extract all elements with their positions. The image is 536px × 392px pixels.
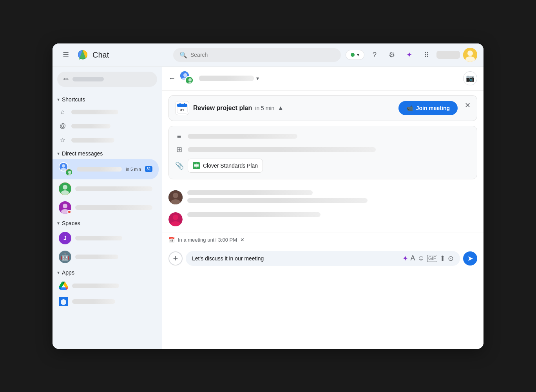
chevron-down-icon: ▾ (357, 52, 359, 58)
message-input[interactable] (192, 255, 398, 262)
chat-header-avatar (179, 70, 195, 86)
apps-button[interactable]: ⠿ (419, 48, 433, 62)
message-line-3 (187, 212, 321, 217)
messages-list (162, 184, 483, 233)
direct-messages-section-header[interactable]: ▾ Direct messages (53, 147, 162, 159)
chat-header: ← ▾ 📷 (162, 67, 483, 90)
gemini-button[interactable]: ✦ (402, 48, 416, 62)
meeting-detail-1-placeholder (188, 134, 297, 139)
svg-point-9 (68, 171, 71, 174)
attachment-pill[interactable]: Clover Standards Plan (188, 159, 263, 173)
svg-point-13 (61, 190, 69, 195)
chat-header-name: ▾ (199, 75, 459, 81)
video-camera-icon: 📹 (406, 105, 413, 111)
meeting-banner-close-button[interactable]: ✕ (465, 101, 471, 110)
calendar-badge: 31 (145, 166, 152, 172)
message-body-1 (187, 190, 477, 206)
svg-point-23 (188, 78, 192, 81)
dm-label: Direct messages (62, 150, 103, 157)
status-button[interactable]: ▾ (346, 50, 364, 60)
app-window: ☰ Chat 🔍 ▾ ? ⚙ ✦ ⠿ (53, 43, 483, 349)
plus-icon: + (173, 253, 178, 264)
user-avatar[interactable] (463, 48, 477, 62)
message-line-2 (187, 198, 368, 203)
diamond-icon (59, 297, 68, 306)
svg-rect-34 (196, 163, 197, 168)
gemini-input-icon[interactable]: ✦ (402, 254, 408, 263)
dm-item-3[interactable] (53, 198, 159, 217)
message-row-1 (168, 190, 477, 206)
message-avatar-1 (168, 190, 183, 204)
join-meeting-button[interactable]: 📹 Join meeting (398, 101, 458, 115)
dm-chevron-icon: ▾ (57, 151, 60, 156)
video-icon: 📷 (466, 74, 474, 83)
search-input[interactable] (190, 52, 335, 58)
meeting-banner: 31 Review project plan in 5 min ▲ 📹 Join… (168, 95, 477, 121)
dm-item-2[interactable] (53, 179, 159, 198)
search-bar[interactable]: 🔍 (173, 48, 341, 62)
google-chat-logo (77, 49, 89, 61)
expand-button[interactable]: ▲ (277, 105, 284, 112)
calendar-status-icon: 📅 (168, 237, 175, 243)
attachment-label: Clover Standards Plan (203, 163, 258, 169)
dm-avatar-active (59, 162, 73, 176)
emoji-icon[interactable]: ☺ (418, 254, 425, 262)
svg-point-1 (79, 51, 87, 59)
dm-3-name (75, 205, 152, 210)
sidebar: ✏ ▾ Shortcuts ⌂ @ ☆ ▾ (53, 67, 162, 349)
spaces-label: Spaces (62, 220, 80, 226)
app-item-drive[interactable] (53, 278, 159, 294)
gif-icon[interactable]: GIF (427, 255, 437, 262)
meeting-status-close-button[interactable]: ✕ (240, 237, 244, 243)
new-chat-button[interactable]: ✏ (57, 72, 157, 87)
shortcut-mentions[interactable]: @ (53, 119, 159, 133)
door-icon: ⊞ (175, 145, 183, 154)
meeting-info: Review project plan in 5 min ▲ (193, 105, 395, 112)
space-j-icon: J (59, 232, 71, 244)
meeting-status-text: In a meeting until 3:00 PM (178, 237, 237, 243)
lines-icon: ≡ (175, 132, 183, 141)
sheets-icon (193, 162, 200, 169)
settings-button[interactable]: ⚙ (385, 48, 399, 62)
drive-app-name (72, 284, 119, 288)
message-avatar-2 (168, 212, 183, 226)
help-button[interactable]: ? (368, 48, 382, 62)
space-item-bot[interactable]: 🤖 (53, 247, 159, 266)
chat-name-placeholder (199, 76, 254, 81)
dm-active-name (77, 167, 122, 172)
shortcut-starred[interactable]: ☆ (53, 133, 159, 147)
video-call-button[interactable]: 📷 (463, 71, 477, 85)
meeting-detail-row-1: ≡ (175, 132, 471, 141)
shortcuts-section-header[interactable]: ▾ Shortcuts (53, 93, 162, 105)
format-icon[interactable]: A (411, 254, 415, 262)
back-button[interactable]: ← (168, 74, 176, 83)
apps-section-header[interactable]: ▾ Apps (53, 266, 162, 278)
send-button[interactable]: ➤ (463, 251, 477, 266)
app-item-diamond[interactable] (53, 294, 159, 309)
chat-name-chevron-icon: ▾ (256, 75, 259, 81)
menu-button[interactable]: ☰ (59, 48, 73, 62)
upload-icon[interactable]: ⬆ (440, 254, 445, 263)
meeting-detail-row-2: ⊞ (175, 145, 471, 154)
space-item-j[interactable]: J (53, 229, 159, 247)
send-icon: ➤ (467, 254, 473, 263)
chat-header-dual-avatar (179, 70, 194, 85)
shortcuts-chevron-icon: ▾ (57, 97, 60, 102)
svg-point-3 (467, 51, 473, 56)
dm-avatar-2 (59, 182, 71, 195)
shortcut-mentions-label (71, 124, 110, 128)
dm-item-active[interactable]: in 5 min 31 (53, 159, 159, 179)
meeting-detail-2-placeholder (188, 147, 376, 152)
add-button[interactable]: + (168, 251, 183, 266)
app-title: Chat (92, 51, 109, 60)
audio-icon[interactable]: ⊙ (448, 254, 454, 263)
space-j-name (75, 236, 122, 240)
shortcuts-label: Shortcuts (62, 96, 85, 103)
chat-area: ← ▾ 📷 (162, 67, 483, 349)
dm-avatar-3 (59, 201, 71, 214)
top-bar-right: ▾ ? ⚙ ✦ ⠿ (346, 48, 477, 62)
mention-icon: @ (59, 122, 67, 130)
shortcut-home[interactable]: ⌂ (53, 105, 159, 119)
user-avatar-image (463, 48, 477, 62)
spaces-section-header[interactable]: ▾ Spaces (53, 217, 162, 229)
